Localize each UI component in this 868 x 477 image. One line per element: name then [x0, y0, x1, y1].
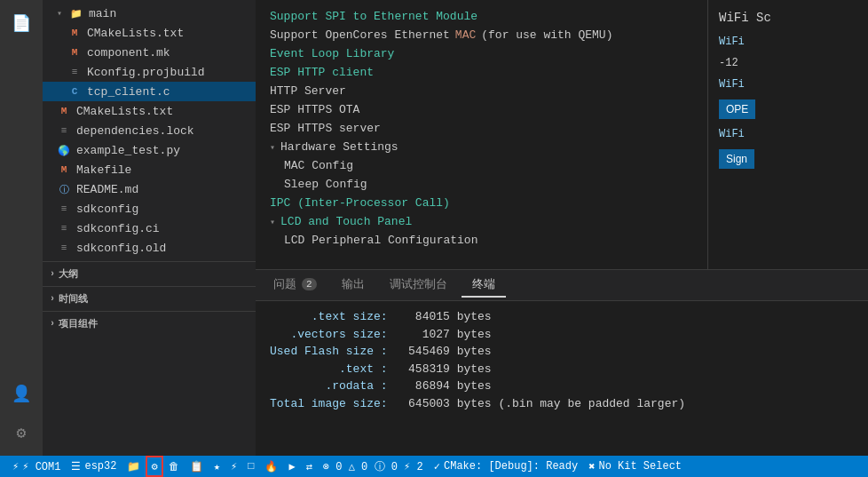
file-item-deps-lock[interactable]: ≡ dependencies.lock	[43, 121, 256, 140]
terminal-line-3: Used Flash size : 545469 bytes	[270, 343, 854, 361]
warnings-label: ⊗ 0 △ 0 ⓘ 0 ⚡ 2	[323, 459, 423, 474]
status-warnings[interactable]: ⊗ 0 △ 0 ⓘ 0 ⚡ 2	[318, 456, 429, 477]
config-item-lcd[interactable]: ▾ LCD and Touch Panel	[256, 212, 707, 231]
file-item-readme[interactable]: ⓘ README.md	[43, 179, 256, 199]
config-text: HTTP Server	[270, 84, 346, 98]
status-esp32[interactable]: ☰ esp32	[66, 456, 122, 477]
terminal-area: 问题 2 输出 调试控制台 终端 .text size: 84015 bytes	[256, 269, 868, 456]
section-outline-header[interactable]: › 大纲	[43, 262, 256, 286]
status-kit[interactable]: ✖ No Kit Select	[583, 456, 687, 477]
t-label: .rodata :	[270, 378, 388, 395]
file-item-tcp-client[interactable]: C tcp_client.c	[43, 82, 256, 101]
section-project-label: 项目组件	[59, 317, 98, 330]
wifi-rssi-value: -12	[719, 57, 857, 69]
section-project-header[interactable]: › 项目组件	[43, 312, 256, 336]
chevron-icon: ▾	[270, 217, 275, 227]
config-item-ipc[interactable]: IPC (Inter-Processor Call)	[256, 194, 707, 212]
file-item-main-folder[interactable]: ▾ 📁 main	[43, 4, 256, 23]
activity-bar: 📄 👤 ⚙	[0, 0, 43, 456]
arrows-icon: ⇄	[306, 460, 312, 473]
ope-button[interactable]: OPE	[719, 99, 755, 119]
trash-icon: 🗑	[169, 460, 179, 473]
status-bookmark[interactable]: ★	[209, 456, 225, 477]
sidebar: ▾ 📁 main M CMakeLists.txt M component.mk…	[43, 0, 256, 456]
sign-button[interactable]: Sign	[719, 149, 754, 169]
kconfig-icon: ≡	[67, 65, 82, 79]
config-item-https-server[interactable]: ESP HTTPS server	[256, 119, 707, 138]
t-value: 84015 bytes	[388, 308, 492, 326]
file-label: component.mk	[87, 46, 170, 60]
config-list: Support SPI to Ethernet Module Support O…	[256, 0, 708, 269]
section-timeline-label: 时间线	[59, 292, 88, 306]
file-item-component-mk[interactable]: M component.mk	[43, 43, 256, 62]
tab-problems[interactable]: 问题 2	[263, 273, 327, 298]
wifi-signin-field: Sign	[719, 149, 857, 169]
config-text: MAC Config	[284, 159, 353, 172]
tab-debug-console[interactable]: 调试控制台	[379, 273, 458, 298]
config-item-http-client[interactable]: ESP HTTP client	[256, 63, 707, 82]
config-item-event-loop[interactable]: Event Loop Library	[256, 44, 707, 63]
file-item-sdkconfig-old[interactable]: ≡ sdkconfig.old	[43, 238, 256, 258]
activity-account[interactable]: 👤	[5, 378, 37, 409]
file-item-sdkconfig-ci[interactable]: ≡ sdkconfig.ci	[43, 219, 256, 238]
status-folder[interactable]: 📁	[122, 456, 146, 477]
gear-icon: ⚙	[151, 460, 157, 473]
wifi-title: WiFi Sc	[719, 11, 857, 25]
file-item-example-test[interactable]: 🌎 example_test.py	[43, 140, 256, 160]
file-item-sdkconfig[interactable]: ≡ sdkconfig	[43, 199, 256, 219]
tab-output[interactable]: 输出	[331, 273, 375, 298]
status-cmake[interactable]: ✓ CMake: [Debug]: Ready	[429, 456, 583, 477]
wifi-field-1-label: WiFi	[719, 36, 857, 48]
wifi-field-1: WiFi	[719, 36, 857, 48]
sdk-old-icon: ≡	[57, 241, 71, 255]
t-value: 458319 bytes	[388, 361, 492, 378]
file-item-kconfig[interactable]: ≡ Kconfig.projbuild	[43, 62, 256, 82]
config-item-hw-settings[interactable]: ▾ Hardware Settings	[256, 138, 707, 156]
config-item-mac[interactable]: MAC Config	[256, 156, 707, 175]
t-label: .vectors size:	[270, 326, 388, 344]
t-label: .text :	[270, 361, 388, 378]
section-timeline-header[interactable]: › 时间线	[43, 287, 256, 311]
tab-terminal[interactable]: 终端	[462, 273, 506, 298]
status-trash[interactable]: 🗑	[163, 456, 185, 477]
chevron-icon: ▾	[57, 8, 67, 19]
file-label: CMakeLists.txt	[76, 105, 173, 118]
config-text: LCD Peripheral Configuration	[284, 234, 477, 247]
status-bolt[interactable]: ⚡	[225, 456, 242, 477]
status-square[interactable]: □	[242, 456, 259, 477]
tab-debug-label: 调试控制台	[390, 276, 447, 292]
activity-files[interactable]: 📄	[5, 7, 37, 39]
config-link: ESP HTTP client	[270, 66, 374, 79]
config-item-lcd-periph[interactable]: LCD Peripheral Configuration	[256, 231, 707, 250]
status-flame[interactable]: 🔥	[259, 456, 283, 477]
status-com[interactable]: ⚡ ⚡ COM1	[7, 456, 66, 477]
file-item-makefile[interactable]: M Makefile	[43, 160, 256, 179]
status-bar: ⚡ ⚡ COM1 ☰ esp32 📁 ⚙ 🗑 📋 ★ ⚡ □ 🔥 ▶ ⇄ ⊗ 0…	[0, 456, 868, 477]
status-play[interactable]: ▶	[283, 456, 300, 477]
file-item-cmake-root[interactable]: M CMakeLists.txt	[43, 101, 256, 121]
com-icon: ⚡	[12, 460, 19, 473]
status-arrows[interactable]: ⇄	[301, 456, 318, 477]
activity-settings[interactable]: ⚙	[5, 417, 37, 449]
config-item-https-ota[interactable]: ESP HTTPS OTA	[256, 100, 707, 119]
t-value: 86894 bytes	[388, 378, 492, 395]
config-item-sleep[interactable]: Sleep Config	[256, 175, 707, 194]
config-item-http-server[interactable]: HTTP Server	[256, 82, 707, 100]
chevron-icon: ›	[50, 294, 55, 304]
lock-icon: ≡	[57, 123, 71, 138]
status-gear[interactable]: ⚙	[146, 456, 162, 477]
status-file[interactable]: 📋	[185, 456, 209, 477]
config-item-spi-eth[interactable]: Support SPI to Ethernet Module	[256, 7, 707, 26]
wifi-field-4: WiFi	[719, 128, 857, 140]
t-label: Total image size:	[270, 395, 388, 413]
config-link: IPC (Inter-Processor Call)	[270, 196, 450, 210]
terminal-content: .text size: 84015 bytes .vectors size: 1…	[256, 301, 868, 456]
t-value: 645003 bytes (.bin may be padded larger)	[388, 395, 685, 413]
config-text: ESP HTTPS server	[270, 122, 381, 135]
terminal-line-6: Total image size: 645003 bytes (.bin may…	[270, 395, 854, 413]
folder-icon: 📁	[127, 460, 140, 473]
config-item-opencores[interactable]: Support OpenCores Ethernet MAC (for use …	[256, 26, 707, 44]
file-item-cmake-main[interactable]: M CMakeLists.txt	[43, 23, 256, 43]
sidebar-section-project: › 项目组件	[43, 311, 256, 336]
m-icon: M	[57, 163, 71, 177]
